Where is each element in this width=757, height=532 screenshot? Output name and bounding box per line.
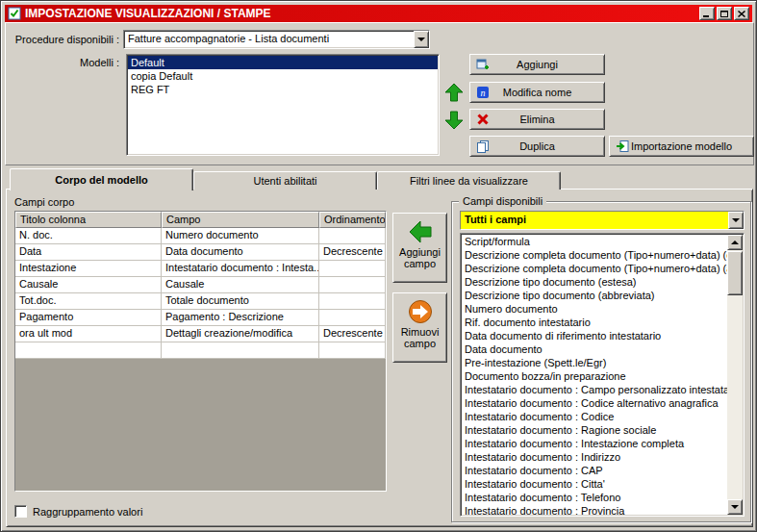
modelli-item[interactable]: REG FT bbox=[128, 83, 438, 96]
campo-disponibile-item[interactable]: Documento bozza/in preparazione bbox=[462, 369, 727, 383]
duplica-button[interactable]: Duplica bbox=[469, 136, 605, 157]
modelli-item[interactable]: Default bbox=[128, 56, 438, 69]
campo-disponibile-item[interactable]: Numero documento bbox=[462, 302, 727, 316]
table-row[interactable]: ora ult mod Dettagli creazione/modifica … bbox=[15, 326, 386, 342]
campo-disponibile-item[interactable]: Descrizione tipo documento (abbreviata) bbox=[462, 289, 727, 302]
minimize-button[interactable] bbox=[699, 7, 715, 20]
scrollbar-down-button[interactable] bbox=[727, 499, 743, 515]
elimina-button[interactable]: Elimina bbox=[469, 109, 605, 130]
cell-ordinamento bbox=[319, 277, 386, 293]
campo-disponibile-item[interactable]: Intestatario documento : Telefono bbox=[462, 491, 727, 504]
procedure-combobox-value: Fatture accompagnatorie - Lista document… bbox=[124, 31, 414, 48]
rename-icon: n bbox=[476, 86, 490, 99]
procedure-combobox-arrow-button[interactable] bbox=[414, 31, 429, 48]
campi-filter-arrow-button[interactable] bbox=[728, 212, 744, 229]
cell-ordinamento: Decrescente bbox=[319, 326, 386, 342]
campo-disponibile-item[interactable]: Rif. documento intestatario bbox=[462, 316, 727, 329]
campo-disponibile-item[interactable]: Script/formula bbox=[462, 235, 727, 248]
campo-disponibile-item[interactable]: Intestatario documento : Campo personali… bbox=[462, 383, 727, 396]
campo-disponibile-item[interactable]: Descrizione tipo documento (estesa) bbox=[462, 275, 727, 289]
cell-campo bbox=[162, 342, 319, 359]
campi-disponibili-listbox[interactable]: Script/formulaDescrizione completa docum… bbox=[460, 233, 744, 517]
campo-disponibile-item[interactable]: Intestatario documento : Ragione sociale bbox=[462, 423, 727, 437]
table-row[interactable]: Tot.doc. Totale documento bbox=[15, 293, 386, 310]
cell-titolo-colonna: ora ult mod bbox=[15, 326, 162, 342]
table-row[interactable] bbox=[15, 342, 386, 359]
campi-filter-combobox[interactable]: Tutti i campi bbox=[460, 211, 744, 230]
maximize-button[interactable] bbox=[717, 7, 732, 20]
aggiungi-campo-button[interactable]: Aggiungi campo bbox=[392, 213, 447, 283]
chevron-down-icon bbox=[417, 38, 425, 45]
cell-ordinamento bbox=[319, 293, 386, 310]
campi-disponibili-items: Script/formulaDescrizione completa docum… bbox=[462, 235, 727, 517]
modifica-nome-button[interactable]: n Modifica nome bbox=[469, 82, 605, 103]
modelli-listbox[interactable]: Defaultcopia DefaultREG FT bbox=[126, 54, 440, 156]
campo-disponibile-item[interactable]: Data documento di riferimento intestatar… bbox=[462, 329, 727, 342]
table-row[interactable]: Causale Causale bbox=[15, 277, 386, 293]
importazione-modello-button[interactable]: Importazione modello bbox=[609, 136, 754, 157]
column-header-ordinamento[interactable]: Ordinamento bbox=[319, 212, 386, 228]
cell-titolo-colonna: Tot.doc. bbox=[15, 293, 162, 310]
table-row[interactable]: Pagamento Pagamento : Descrizione bbox=[15, 310, 386, 326]
close-button[interactable] bbox=[734, 7, 749, 20]
campo-disponibile-item[interactable]: Intestatario documento : Intestazione co… bbox=[462, 437, 727, 450]
window-title: IMPOSTAZIONE VISUALIZZAZIONI / STAMPE bbox=[25, 7, 697, 20]
vertical-scrollbar[interactable] bbox=[727, 235, 743, 515]
elimina-button-label: Elimina bbox=[519, 114, 554, 125]
table-row[interactable]: Data Data documento Decrescente bbox=[15, 244, 386, 261]
cell-campo: Totale documento bbox=[162, 293, 319, 310]
cell-titolo-colonna: Intestazione bbox=[15, 261, 162, 277]
campo-disponibile-item[interactable]: Intestatario documento : Citta' bbox=[462, 477, 727, 491]
campo-disponibile-item[interactable]: Intestatario documento : Codice bbox=[462, 410, 727, 423]
arrow-left-green-icon bbox=[408, 219, 433, 244]
table-row[interactable]: N. doc. Numero documento bbox=[15, 228, 386, 244]
modelli-item[interactable]: copia Default bbox=[128, 69, 438, 83]
delete-icon bbox=[476, 113, 490, 126]
rimuovi-campo-button[interactable]: Rimuovi campo bbox=[392, 292, 447, 363]
cell-ordinamento bbox=[319, 228, 386, 244]
app-icon bbox=[8, 7, 21, 20]
close-icon bbox=[738, 11, 745, 17]
campi-corpo-table-body: N. doc. Numero documento Data Data docum… bbox=[15, 228, 386, 359]
campo-disponibile-item[interactable]: Data documento bbox=[462, 342, 727, 356]
campo-disponibile-item[interactable]: Descrizione completa documento (Tipo+num… bbox=[462, 248, 727, 262]
procedure-combobox[interactable]: Fatture accompagnatorie - Lista document… bbox=[123, 30, 430, 49]
model-move-down-button[interactable] bbox=[442, 109, 466, 132]
tab[interactable]: Filtri linee da visualizzare bbox=[377, 171, 561, 190]
chevron-up-icon bbox=[731, 237, 739, 244]
aggiungi-button[interactable]: Aggiungi bbox=[469, 54, 605, 75]
tab-bar: Corpo del modelloUtenti abilitatiFiltri … bbox=[10, 168, 561, 190]
arrow-right-orange-icon bbox=[408, 299, 433, 324]
raggruppamento-label: Raggruppamento valori bbox=[33, 506, 142, 518]
campo-disponibile-item[interactable]: Pre-intestazione (Spett.le/Egr) bbox=[462, 356, 727, 369]
scrollbar-thumb[interactable] bbox=[727, 251, 743, 295]
arrow-up-icon bbox=[443, 82, 465, 103]
campo-disponibile-item[interactable]: Intestatario documento : Provincia bbox=[462, 504, 727, 517]
campo-disponibile-item[interactable]: Intestatario documento : Codice alternat… bbox=[462, 396, 727, 410]
campo-disponibile-item[interactable]: Intestatario documento : CAP bbox=[462, 464, 727, 477]
column-header-campo[interactable]: Campo bbox=[162, 212, 319, 228]
tab[interactable]: Corpo del modello bbox=[10, 168, 193, 190]
column-header-titolo-colonna[interactable]: Titolo colonna bbox=[15, 212, 162, 228]
modelli-items: Defaultcopia DefaultREG FT bbox=[128, 56, 438, 96]
scrollbar-up-button[interactable] bbox=[727, 235, 743, 250]
raggruppamento-checkbox[interactable] bbox=[14, 505, 27, 518]
cell-campo: Causale bbox=[162, 277, 319, 293]
maximize-icon bbox=[720, 11, 728, 17]
campi-corpo-group-label: Campi corpo bbox=[14, 196, 74, 208]
cell-titolo-colonna: Data bbox=[15, 244, 162, 261]
cell-titolo-colonna: Pagamento bbox=[15, 310, 162, 326]
minimize-icon bbox=[703, 11, 711, 17]
modelli-label: Modelli : bbox=[11, 57, 119, 68]
tab[interactable]: Utenti abilitati bbox=[193, 171, 377, 190]
importazione-modello-button-label: Importazione modello bbox=[631, 140, 732, 152]
table-row[interactable]: Intestazione Intestatario documento : In… bbox=[15, 261, 386, 277]
duplicate-icon bbox=[476, 139, 490, 153]
campi-corpo-table: Titolo colonna Campo Ordinamento N. doc.… bbox=[14, 211, 387, 492]
cell-ordinamento bbox=[319, 261, 386, 277]
cell-titolo-colonna: N. doc. bbox=[15, 228, 162, 244]
campo-disponibile-item[interactable]: Descrizione completa documento (Tipo+num… bbox=[462, 262, 727, 275]
model-move-up-button[interactable] bbox=[442, 81, 466, 104]
cell-campo: Pagamento : Descrizione bbox=[162, 310, 319, 326]
campo-disponibile-item[interactable]: Intestatario documento : Indirizzo bbox=[462, 450, 727, 464]
